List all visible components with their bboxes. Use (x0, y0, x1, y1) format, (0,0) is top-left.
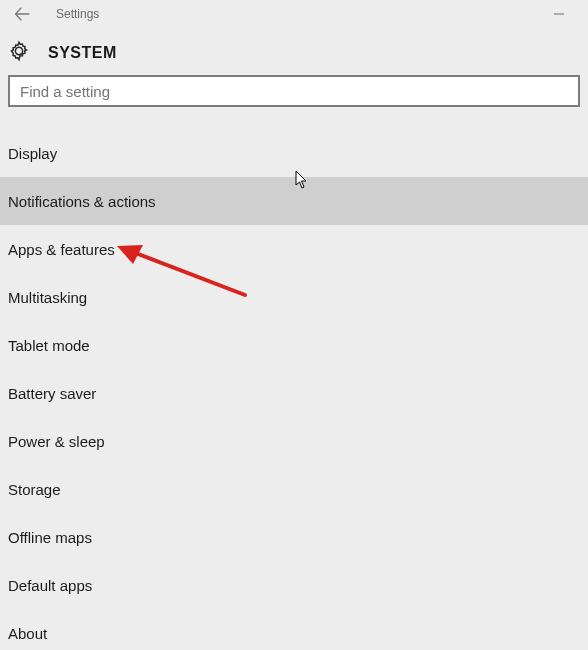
nav-item-apps-features[interactable]: Apps & features (0, 225, 588, 273)
page-header: SYSTEM (0, 28, 588, 75)
nav-item-label: Default apps (8, 577, 92, 594)
window-title: Settings (56, 7, 536, 21)
page-title: SYSTEM (48, 44, 117, 62)
minimize-icon (553, 8, 565, 20)
nav-list: DisplayNotifications & actionsApps & fea… (0, 129, 588, 650)
nav-item-label: Battery saver (8, 385, 96, 402)
nav-item-label: Power & sleep (8, 433, 105, 450)
nav-item-label: Offline maps (8, 529, 92, 546)
nav-item-display[interactable]: Display (0, 129, 588, 177)
nav-item-label: Multitasking (8, 289, 87, 306)
nav-item-about[interactable]: About (0, 609, 588, 650)
nav-item-storage[interactable]: Storage (0, 465, 588, 513)
nav-item-power-sleep[interactable]: Power & sleep (0, 417, 588, 465)
search-wrap (0, 75, 588, 107)
nav-item-notifications-actions[interactable]: Notifications & actions (0, 177, 588, 225)
nav-item-offline-maps[interactable]: Offline maps (0, 513, 588, 561)
nav-item-tablet-mode[interactable]: Tablet mode (0, 321, 588, 369)
nav-item-multitasking[interactable]: Multitasking (0, 273, 588, 321)
nav-item-default-apps[interactable]: Default apps (0, 561, 588, 609)
nav-item-label: Apps & features (8, 241, 115, 258)
nav-item-label: Display (8, 145, 57, 162)
nav-item-label: Tablet mode (8, 337, 90, 354)
gear-icon (8, 40, 30, 65)
nav-item-label: About (8, 625, 47, 642)
titlebar: Settings (0, 0, 588, 28)
minimize-button[interactable] (536, 0, 582, 28)
back-button[interactable] (12, 4, 32, 24)
nav-item-battery-saver[interactable]: Battery saver (0, 369, 588, 417)
search-input[interactable] (8, 75, 580, 107)
nav-item-label: Notifications & actions (8, 193, 156, 210)
nav-item-label: Storage (8, 481, 61, 498)
arrow-left-icon (14, 6, 30, 22)
